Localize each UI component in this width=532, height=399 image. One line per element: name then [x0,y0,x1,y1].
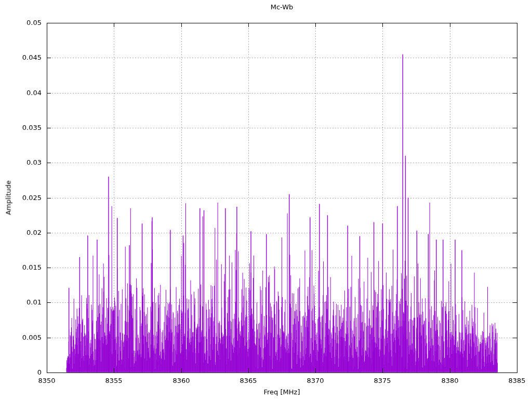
x-tick-label: 8375 [367,377,398,385]
x-tick-label: 8365 [233,377,264,385]
y-axis-label: Amplitude [5,99,12,297]
gnuplot-chart-window: Mc-Wb Amplitude Freq [MHz] 00.0050.010.0… [0,0,532,399]
y-tick-label: 0.02 [18,229,42,237]
y-tick-label: 0.05 [18,19,42,27]
x-tick-label: 8370 [300,377,331,385]
x-tick-label: 8355 [98,377,129,385]
x-tick-label: 8350 [31,377,62,385]
spectrum-plot-canvas [0,0,532,399]
y-tick-label: 0.045 [18,54,42,62]
y-tick-label: 0.04 [18,89,42,97]
y-tick-label: 0.005 [18,334,42,342]
x-tick-label: 8360 [166,377,197,385]
x-tick-label: 8385 [501,377,532,385]
x-axis-label: Freq [MHz] [47,388,517,396]
chart-title: Mc-Wb [47,3,517,11]
y-tick-label: 0 [18,368,42,377]
y-tick-label: 0.03 [18,158,42,167]
x-tick-label: 8380 [434,377,466,385]
y-tick-label: 0.025 [18,194,42,202]
y-tick-label: 0.015 [18,263,42,272]
y-tick-label: 0.01 [18,298,42,307]
y-tick-label: 0.035 [18,124,42,132]
